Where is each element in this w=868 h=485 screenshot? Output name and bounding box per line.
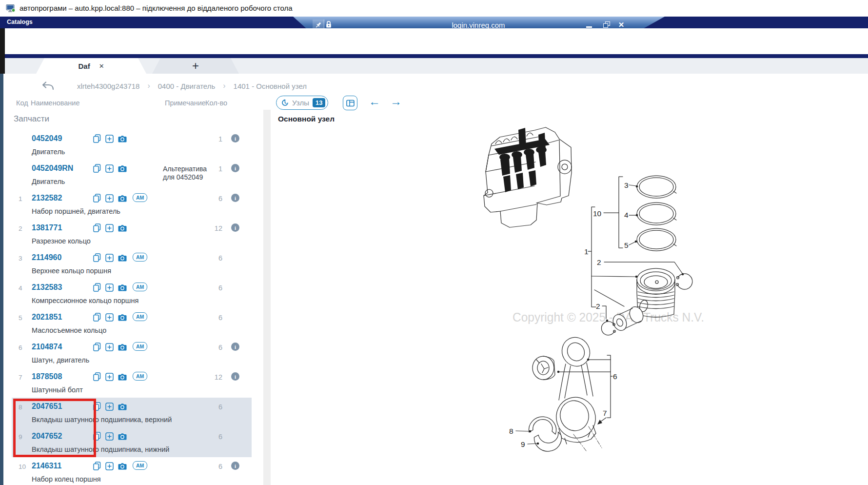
copy-icon[interactable]: [93, 253, 101, 262]
part-code-link[interactable]: 2132583: [32, 283, 62, 292]
add-to-list-icon[interactable]: [105, 194, 114, 202]
add-to-list-icon[interactable]: [105, 343, 114, 351]
part-description: Двигатель: [32, 148, 65, 156]
table-row: 10 2146311 Набор колец поршня AM 6 i: [12, 457, 252, 485]
part-description: Маслосъемное кольцо: [32, 326, 106, 334]
copy-icon[interactable]: [93, 164, 101, 173]
photo-icon[interactable]: [118, 314, 127, 321]
table-row: 7 1878508 Шатунный болт AM 12 i: [12, 368, 252, 398]
copy-icon[interactable]: [93, 343, 101, 351]
row-actions: [93, 253, 127, 262]
photo-icon[interactable]: [118, 254, 127, 262]
row-number: 2: [19, 225, 22, 232]
photo-icon[interactable]: [118, 135, 127, 142]
photo-icon[interactable]: [118, 463, 127, 470]
add-to-list-icon[interactable]: [105, 373, 114, 381]
info-icon[interactable]: i: [231, 134, 239, 142]
add-to-list-icon[interactable]: [105, 283, 114, 292]
part-code-link[interactable]: 2132582: [32, 194, 62, 202]
info-icon[interactable]: i: [231, 223, 239, 232]
back-icon[interactable]: [41, 81, 54, 90]
photo-icon[interactable]: [118, 195, 127, 202]
info-icon[interactable]: i: [231, 372, 239, 381]
row-number: 10: [19, 463, 26, 470]
copy-icon[interactable]: [93, 223, 101, 232]
info-icon[interactable]: i: [231, 462, 239, 470]
photo-icon[interactable]: [118, 373, 127, 381]
copy-icon[interactable]: [93, 313, 101, 322]
photo-icon[interactable]: [118, 224, 127, 232]
copy-icon[interactable]: [93, 194, 101, 202]
add-to-list-icon[interactable]: [105, 403, 114, 411]
info-icon[interactable]: i: [231, 343, 239, 351]
photo-icon[interactable]: [118, 284, 127, 291]
diagram-callout-10[interactable]: 10: [593, 209, 602, 218]
copy-icon[interactable]: [93, 462, 101, 470]
am-badge: AM: [133, 193, 147, 202]
diagram-callout-1[interactable]: 1: [584, 247, 589, 256]
add-to-list-icon[interactable]: [105, 313, 114, 322]
breadcrumb-item[interactable]: 0400 - Двигатель: [158, 82, 215, 90]
tab-close-icon[interactable]: ✕: [99, 62, 104, 70]
part-code-link[interactable]: 2114960: [32, 253, 61, 262]
diagram-callout-3[interactable]: 3: [624, 181, 629, 189]
part-code-link[interactable]: 1878508: [32, 372, 62, 381]
photo-icon[interactable]: [118, 344, 127, 351]
part-code-link[interactable]: 1381771: [32, 223, 62, 232]
diagram-title: Основной узел: [278, 115, 335, 123]
part-code-link[interactable]: 0452049RN: [32, 164, 73, 173]
diagram-callout-4[interactable]: 4: [624, 211, 629, 219]
add-to-list-icon[interactable]: [105, 135, 114, 143]
tab-daf[interactable]: Daf ✕: [36, 58, 146, 74]
breadcrumb-item[interactable]: 1401 - Основной узел: [234, 82, 307, 90]
part-code-link[interactable]: 2146311: [32, 462, 61, 470]
breadcrumb-separator: ›: [147, 81, 150, 90]
add-to-list-icon[interactable]: [105, 462, 114, 470]
row-number: 1: [19, 195, 22, 202]
add-to-list-icon[interactable]: [105, 254, 114, 262]
part-quantity: 12: [205, 224, 222, 232]
part-code-link[interactable]: 2021851: [32, 313, 62, 322]
breadcrumb-separator: ›: [223, 81, 225, 90]
diagram-callout-5[interactable]: 5: [624, 241, 629, 249]
list-scrollbar[interactable]: [263, 110, 271, 485]
diagram-callout-9[interactable]: 9: [521, 440, 525, 448]
am-badge: AM: [133, 283, 147, 291]
table-row: 4 2132583 Компрессионное кольцо поршня A…: [12, 279, 252, 308]
info-icon[interactable]: i: [231, 164, 239, 172]
diagram-callout-2a[interactable]: 2: [597, 258, 601, 266]
part-code-link[interactable]: 0452049: [32, 134, 62, 143]
nodes-button[interactable]: Узлы 13: [276, 96, 328, 110]
diagram-callout-2b[interactable]: 2: [596, 302, 600, 310]
copy-icon[interactable]: [93, 372, 101, 381]
diagram-callout-7[interactable]: 7: [603, 409, 607, 417]
photo-icon[interactable]: [118, 433, 127, 440]
am-badge: AM: [133, 372, 147, 381]
breadcrumb-item[interactable]: xlrteh4300g243718: [77, 82, 139, 90]
add-to-list-icon[interactable]: [105, 164, 114, 173]
prev-arrow[interactable]: ←: [369, 95, 380, 108]
info-icon[interactable]: i: [231, 194, 239, 202]
am-badge: AM: [133, 312, 147, 321]
part-quantity: 12: [205, 373, 222, 381]
add-to-list-icon[interactable]: [105, 224, 114, 232]
copy-icon[interactable]: [93, 283, 101, 292]
diagram-callout-8[interactable]: 8: [509, 427, 513, 435]
row-actions: [93, 313, 127, 322]
part-code-link[interactable]: 2104874: [32, 343, 62, 351]
next-arrow[interactable]: →: [390, 95, 402, 108]
am-badge: AM: [133, 342, 147, 351]
photo-icon[interactable]: [118, 165, 127, 172]
part-description: Разрезное кольцо: [32, 237, 91, 245]
browser-tab-title: Catalogs: [7, 19, 33, 25]
nodes-count-badge: 13: [313, 98, 325, 107]
copy-icon[interactable]: [93, 134, 101, 143]
book-icon: [346, 100, 355, 107]
tab-add[interactable]: +: [152, 58, 239, 74]
table-row: 6 2104874 Шатун, двигатель AM 6 i: [12, 338, 252, 368]
row-actions: [93, 402, 127, 411]
diagram-callout-6[interactable]: 6: [613, 372, 617, 381]
photo-icon[interactable]: [118, 403, 127, 410]
book-view-button[interactable]: [343, 96, 357, 110]
add-to-list-icon[interactable]: [105, 432, 114, 441]
